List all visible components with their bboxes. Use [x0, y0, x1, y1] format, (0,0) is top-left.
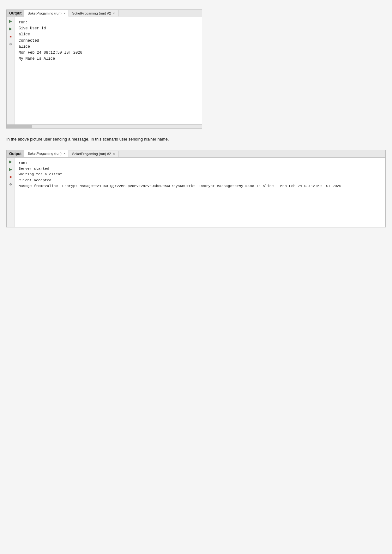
tab-1-1[interactable]: SoketProgaming (run) ×: [24, 10, 69, 17]
console-body-1: ▶ ▶ ■ ⚙ run: Give User Id alice Connecte…: [7, 17, 202, 124]
output-label-1: Output: [7, 10, 24, 17]
tab-1-1-label: SoketProgaming (run): [27, 11, 62, 15]
tab-1-2-close[interactable]: ×: [113, 11, 115, 15]
stop-button-1[interactable]: ■: [8, 33, 14, 39]
stop-button-2[interactable]: ■: [8, 174, 14, 180]
debug-button-2[interactable]: ⚙: [8, 182, 14, 187]
debug-button-1[interactable]: ⚙: [8, 41, 14, 47]
run-button-1[interactable]: ▶: [8, 18, 14, 24]
tab-2-2[interactable]: SoketProgaming (run) #2 ×: [69, 151, 118, 157]
tab-1-2-label: SoketProgaming (run) #2: [72, 11, 111, 15]
tab-1-1-close[interactable]: ×: [63, 11, 65, 15]
console-body-2: ▶ ▶ ■ ⚙ run: Server started Waiting for …: [7, 158, 385, 227]
scrollbar-thumb-1[interactable]: [7, 125, 32, 128]
output-label-2: Output: [7, 150, 24, 157]
tab-bar-2: Output SoketProgaming (run) × SoketProga…: [7, 150, 385, 158]
console-window-2: Output SoketProgaming (run) × SoketProga…: [6, 150, 386, 227]
description-text: In the above picture user sending a mess…: [6, 136, 386, 142]
console-sidebar-2: ▶ ▶ ■ ⚙: [7, 158, 15, 227]
run2-button-2[interactable]: ▶: [8, 166, 14, 172]
tab-2-1-close[interactable]: ×: [63, 152, 65, 155]
tab-2-2-close[interactable]: ×: [113, 152, 115, 156]
scrollbar-1[interactable]: [7, 124, 202, 128]
console-window-1: Output SoketProgaming (run) × SoketProga…: [6, 9, 202, 129]
tab-2-1[interactable]: SoketProgaming (run) ×: [24, 150, 69, 157]
console-output-2: run: Server started Waiting for a client…: [15, 158, 385, 227]
console-output-1: run: Give User Id alice Connected alice …: [15, 17, 202, 124]
tab-bar-1: Output SoketProgaming (run) × SoketProga…: [7, 10, 202, 17]
tab-2-1-label: SoketProgaming (run): [27, 152, 62, 155]
tab-1-2[interactable]: SoketProgaming (run) #2 ×: [69, 10, 118, 16]
run-button-2[interactable]: ▶: [8, 159, 14, 165]
console-sidebar-1: ▶ ▶ ■ ⚙: [7, 17, 15, 124]
run2-button-1[interactable]: ▶: [8, 26, 14, 32]
tab-2-2-label: SoketProgaming (run) #2: [72, 152, 111, 156]
